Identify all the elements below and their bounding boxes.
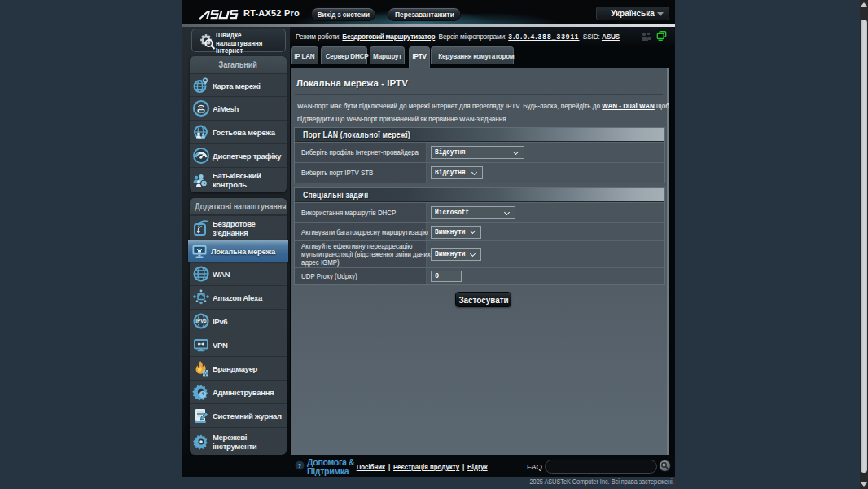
svg-text:IPv6: IPv6 [195, 318, 207, 324]
svg-text:?: ? [298, 462, 302, 469]
